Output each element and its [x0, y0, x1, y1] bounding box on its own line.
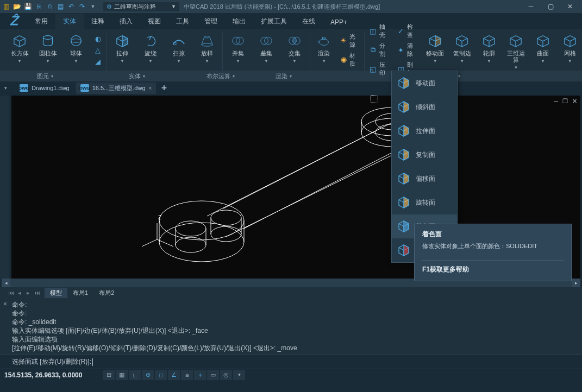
ribbon-移动面[interactable]: 移动面▼: [424, 34, 447, 64]
ribbon-圆柱体[interactable]: 圆柱体▼: [36, 34, 60, 64]
dropdown-item-倾斜面[interactable]: 倾斜面: [392, 95, 457, 119]
ribbon-旋绕[interactable]: 旋绕▼: [139, 34, 162, 64]
close-icon[interactable]: ×: [149, 85, 152, 91]
layout-tab-布局2[interactable]: 布局2: [93, 288, 120, 298]
model-toggle[interactable]: ▭: [207, 370, 219, 380]
ribbon-放样[interactable]: 放样▼: [195, 34, 219, 64]
ribbon-材质[interactable]: ◉材质: [339, 51, 361, 68]
face-op-icon: [397, 77, 410, 90]
dropdown-item-旋转面[interactable]: 旋转面: [392, 191, 457, 214]
polar-toggle[interactable]: ⊕: [142, 370, 154, 380]
panel-expand-icon[interactable]: ▾: [51, 74, 53, 79]
layout-next-icon[interactable]: ▸: [24, 289, 33, 296]
command-input[interactable]: 选择面或 [放弃(U)/删除(R)]:: [0, 355, 582, 369]
dropdown-item-拉伸面[interactable]: 拉伸面: [392, 119, 457, 143]
ribbon-交集[interactable]: 交集▼: [283, 34, 306, 64]
tab-输出[interactable]: 输出: [225, 14, 253, 29]
tab-实体[interactable]: 实体: [55, 14, 84, 29]
ribbon-分割[interactable]: ⧉分割: [368, 41, 391, 59]
tab-插入[interactable]: 插入: [112, 14, 140, 29]
layout-tab-布局1[interactable]: 布局1: [67, 288, 93, 298]
doctab[interactable]: DWGDrawing1.dwg: [15, 83, 74, 93]
redo-icon[interactable]: ↷: [78, 3, 86, 10]
dropdown-item-复制面[interactable]: 复制面: [392, 143, 457, 167]
maximize-button[interactable]: ▢: [541, 1, 560, 12]
dropdown-item-偏移面[interactable]: 偏移面: [392, 167, 457, 191]
ribbon-渲染[interactable]: 渲染▼: [314, 34, 335, 64]
tab-扩展工具[interactable]: 扩展工具: [253, 14, 295, 29]
ribbon-轮廓[interactable]: 轮廓▼: [478, 34, 500, 64]
open-icon[interactable]: 📂: [13, 3, 21, 10]
layout-last-icon[interactable]: ⏭: [33, 289, 41, 296]
ortho-toggle[interactable]: ∟: [129, 370, 141, 380]
ribbon-三维运算[interactable]: 三维运算▼: [505, 34, 528, 70]
ribbon-差集[interactable]: 差集▼: [254, 34, 278, 64]
layout-first-icon[interactable]: ⏮: [7, 289, 15, 296]
face-op-icon: [397, 124, 410, 137]
status-more-icon[interactable]: ▼: [233, 370, 245, 380]
osnap-toggle[interactable]: □: [155, 370, 167, 380]
doctab[interactable]: DWG16.5...三维模型.dwg×: [76, 83, 157, 94]
workspace-label: 二维草图与注释: [114, 3, 156, 11]
ribbon-曲面[interactable]: 曲面▼: [531, 34, 554, 64]
doctab-chevron-icon[interactable]: ▾: [4, 85, 7, 91]
scroll-left-icon[interactable]: ◂: [2, 279, 10, 287]
panel-expand-icon[interactable]: ▾: [458, 74, 460, 79]
ribbon-检查[interactable]: ✓检查: [396, 22, 419, 40]
snap-toggle[interactable]: ⊞: [103, 370, 115, 380]
cyl-icon: [39, 34, 57, 48]
ribbon-光源[interactable]: ☀光源: [339, 32, 361, 49]
tab-注释[interactable]: 注释: [84, 14, 112, 29]
tab-常用[interactable]: 常用: [27, 14, 55, 29]
qat-more-icon[interactable]: ▼: [89, 3, 97, 10]
ribbon-mini[interactable]: △: [92, 45, 103, 55]
ribbon-mini[interactable]: ◢: [92, 56, 103, 66]
ribbon-清除[interactable]: ✦清除: [396, 41, 419, 59]
cycle-toggle[interactable]: ◎: [220, 370, 232, 380]
ribbon-网格[interactable]: 网格▼: [559, 34, 581, 64]
cmd-line: 输入实体编辑选项 [面(F)/边(E)/体(B)/放弃(U)/退出(X)] <退…: [12, 326, 579, 335]
saveall-icon[interactable]: ⎘: [35, 3, 42, 10]
layout-tab-模型[interactable]: 模型: [45, 288, 67, 298]
minimize-button[interactable]: ─: [521, 1, 541, 12]
ribbon-抽壳[interactable]: ◫抽壳: [368, 22, 391, 40]
ribbon-长方体[interactable]: 长方体▼: [8, 34, 32, 64]
undo-icon[interactable]: ↶: [67, 3, 75, 10]
ribbon-球体[interactable]: 球体▼: [64, 34, 88, 64]
ribbon-mini[interactable]: ◐: [92, 34, 103, 43]
preview-icon[interactable]: ▤: [57, 3, 64, 10]
svg-point-14: [320, 39, 329, 46]
chevron-down-icon: ▼: [177, 59, 181, 64]
plot-icon[interactable]: ⎙: [46, 3, 53, 10]
ribbon-并集[interactable]: 并集▼: [226, 34, 250, 64]
layout-prev-icon[interactable]: ◂: [15, 289, 24, 296]
dyn-toggle[interactable]: ＋: [194, 370, 206, 380]
lwt-toggle[interactable]: ≡: [181, 370, 193, 380]
panel-expand-icon[interactable]: ▾: [290, 74, 292, 79]
ribbon-扫掠[interactable]: 扫掠▼: [167, 34, 191, 64]
grid-toggle[interactable]: ▦: [116, 370, 128, 380]
otrack-toggle[interactable]: ∠: [168, 370, 180, 380]
panel-expand-icon[interactable]: ▾: [233, 74, 235, 79]
close-button[interactable]: ✕: [560, 1, 580, 12]
save-icon[interactable]: 💾: [24, 3, 32, 10]
ribbon-复制边[interactable]: 复制边▼: [451, 34, 474, 64]
cmdwin-close-icon[interactable]: ×: [3, 300, 7, 308]
tab-APP+[interactable]: APP+: [323, 15, 355, 29]
tab-工具[interactable]: 工具: [168, 14, 197, 29]
tab-视图[interactable]: 视图: [140, 14, 168, 29]
union-icon: [229, 34, 247, 48]
command-prompt: 选择面或 [放弃(U)/删除(R)]:: [12, 357, 91, 366]
app-logo[interactable]: Ẑ: [0, 13, 27, 29]
tab-在线[interactable]: 在线: [295, 14, 323, 29]
ribbon-拉伸[interactable]: 拉伸▼: [110, 34, 134, 64]
panel-expand-icon[interactable]: ▾: [143, 74, 145, 79]
add-doc-button[interactable]: ✚: [158, 83, 170, 93]
tab-管理[interactable]: 管理: [197, 14, 225, 29]
dropdown-item-移动面[interactable]: 移动面: [392, 71, 457, 95]
workspace-combo[interactable]: ⚙ 二维草图与注释 ▼: [103, 2, 179, 11]
revolve-icon: [142, 34, 159, 48]
main-tabstrip: Ẑ 常用实体注释插入视图工具管理输出扩展工具在线APP+: [0, 13, 582, 29]
subtract-icon: [258, 34, 275, 48]
new-icon[interactable]: ▥: [2, 3, 10, 10]
